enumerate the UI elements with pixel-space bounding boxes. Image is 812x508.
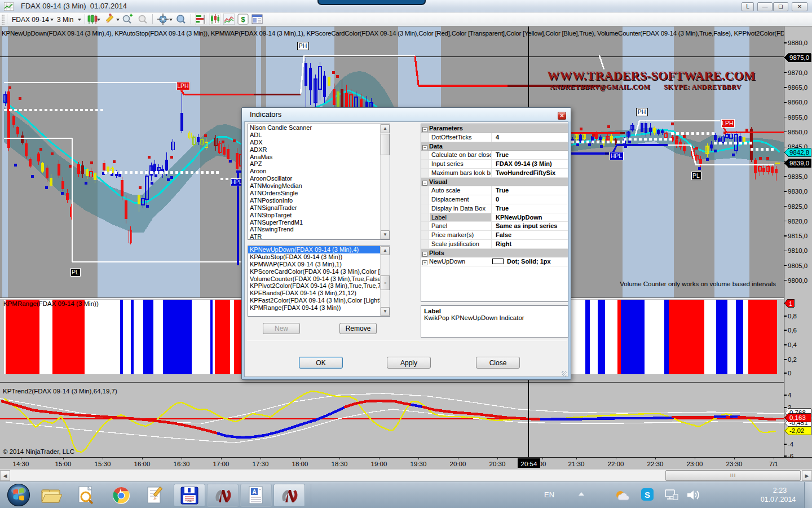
svg-text:0: 0 xyxy=(788,370,791,376)
svg-text:PH: PH xyxy=(638,108,646,115)
svg-text:-64-: -64- xyxy=(187,500,192,503)
svg-text:9810,0: 9810,0 xyxy=(788,247,807,254)
svg-text:9815,0: 9815,0 xyxy=(788,233,807,239)
svg-text:16:00: 16:00 xyxy=(134,461,151,467)
svg-text:KPNewUpDown(FDAX 09-14 (3 Min): KPNewUpDown(FDAX 09-14 (3 Min),4), KPAut… xyxy=(2,29,785,37)
svg-text:9875,0: 9875,0 xyxy=(789,54,809,61)
svg-text:23:00: 23:00 xyxy=(687,461,703,467)
svg-text:15:00: 15:00 xyxy=(55,461,72,467)
svg-text:9825,0: 9825,0 xyxy=(788,203,807,210)
svg-text:KPMRange(FDAX 09-14 (3 Min)): KPMRange(FDAX 09-14 (3 Min)) xyxy=(3,300,99,307)
svg-text:20:30: 20:30 xyxy=(489,461,506,467)
svg-text:9820,0: 9820,0 xyxy=(788,218,807,225)
svg-text:PL: PL xyxy=(692,172,700,179)
svg-text:9800,0: 9800,0 xyxy=(788,277,807,284)
svg-text:KPTrend2(FDAX 09-14 (3 Min),64: KPTrend2(FDAX 09-14 (3 Min),64,19,7) xyxy=(3,388,117,395)
svg-text:© 2014 NinjaTrader, LLC: © 2014 NinjaTrader, LLC xyxy=(3,448,74,455)
svg-text:HPL: HPL xyxy=(611,152,623,159)
svg-text:9835,0: 9835,0 xyxy=(788,173,807,180)
svg-text:LPH: LPH xyxy=(722,120,733,126)
svg-text:PH: PH xyxy=(299,42,307,49)
svg-text:A: A xyxy=(252,489,256,495)
svg-text:-2,02: -2,02 xyxy=(789,427,804,434)
svg-text:Volume Counter only works on v: Volume Counter only works on volume base… xyxy=(620,281,776,287)
svg-text:9855,0: 9855,0 xyxy=(788,114,807,121)
svg-text:S: S xyxy=(645,490,650,500)
svg-text:19:30: 19:30 xyxy=(411,461,427,467)
svg-text:0,163: 0,163 xyxy=(789,414,806,421)
svg-text:-6: -6 xyxy=(788,453,793,459)
svg-text:9870,0: 9870,0 xyxy=(788,69,807,76)
svg-text:9805,0: 9805,0 xyxy=(788,262,807,269)
svg-text:20:00: 20:00 xyxy=(450,461,466,467)
svg-text:9839,0: 9839,0 xyxy=(789,160,809,167)
svg-text:9860,0: 9860,0 xyxy=(788,99,807,106)
svg-text:21:30: 21:30 xyxy=(568,461,585,467)
svg-text:22:00: 22:00 xyxy=(608,461,624,467)
svg-text:1: 1 xyxy=(789,300,792,307)
svg-text:0,2: 0,2 xyxy=(788,356,797,363)
svg-text:20:54: 20:54 xyxy=(521,461,537,467)
svg-text:23:30: 23:30 xyxy=(726,461,743,467)
svg-text:SKYPE: ANDREYBBRV: SKYPE: ANDREYBBRV xyxy=(664,83,741,91)
svg-text:18:30: 18:30 xyxy=(332,461,348,467)
svg-text:17:30: 17:30 xyxy=(253,461,269,467)
svg-text:7/1: 7/1 xyxy=(769,461,778,467)
svg-text:0,8: 0,8 xyxy=(788,313,797,319)
svg-text:15:30: 15:30 xyxy=(95,461,111,467)
svg-text:4: 4 xyxy=(788,392,792,398)
svg-text:-4: -4 xyxy=(788,441,794,448)
svg-text:9865,0: 9865,0 xyxy=(788,84,807,91)
svg-text:ANDREYBBRV@GMAIL.COM: ANDREYBBRV@GMAIL.COM xyxy=(550,83,650,91)
svg-text:HPL: HPL xyxy=(231,178,242,185)
svg-text:0,4: 0,4 xyxy=(788,341,797,348)
svg-text:9830,0: 9830,0 xyxy=(788,188,807,195)
svg-text:14:30: 14:30 xyxy=(13,461,29,467)
svg-text:18:00: 18:00 xyxy=(292,461,308,467)
svg-text:17:00: 17:00 xyxy=(213,461,230,467)
svg-text:19:00: 19:00 xyxy=(371,461,387,467)
svg-text:WWW.TRADERS-SOFTWARE.COM: WWW.TRADERS-SOFTWARE.COM xyxy=(547,68,756,82)
svg-text:16:30: 16:30 xyxy=(174,461,190,467)
svg-text:LPH: LPH xyxy=(177,82,188,89)
svg-text:22:30: 22:30 xyxy=(647,461,664,467)
svg-text:PL: PL xyxy=(72,269,79,275)
svg-text:0,6: 0,6 xyxy=(788,327,797,334)
svg-text:9842,8: 9842,8 xyxy=(789,149,809,156)
svg-text:9850,0: 9850,0 xyxy=(788,129,807,135)
svg-text:9880,0: 9880,0 xyxy=(788,40,807,46)
svg-text:$: $ xyxy=(241,15,245,24)
